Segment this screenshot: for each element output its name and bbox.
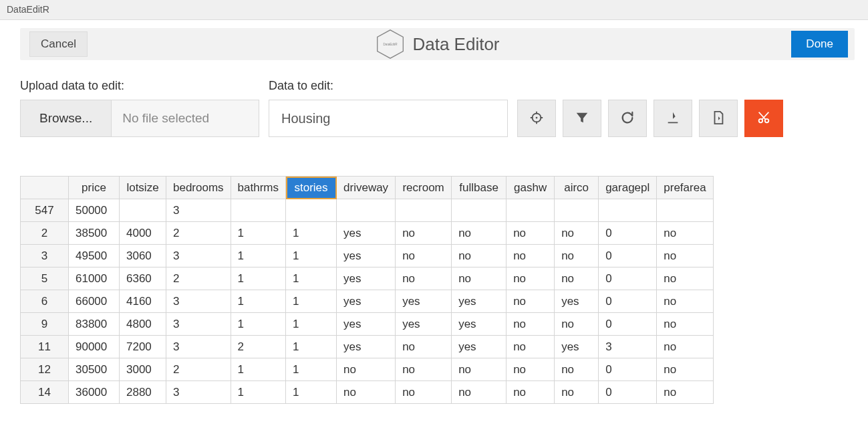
cell-recroom[interactable]: no <box>396 381 452 404</box>
column-header-stories[interactable]: stories <box>286 177 337 199</box>
cell-gashw[interactable]: no <box>507 222 555 245</box>
cell-bathrms[interactable]: 1 <box>231 222 285 245</box>
cell-lotsize[interactable] <box>120 199 166 222</box>
cell-garagepl[interactable]: 3 <box>599 336 657 358</box>
cell-prefarea[interactable] <box>657 199 713 222</box>
browse-button[interactable]: Browse... <box>21 100 112 136</box>
cell-driveway[interactable]: no <box>337 358 396 381</box>
cell-lotsize[interactable]: 4000 <box>120 222 166 245</box>
column-header-bedrooms[interactable]: bedrooms <box>166 177 231 199</box>
cell-fullbase[interactable]: no <box>452 381 507 404</box>
cell-bedrooms[interactable]: 3 <box>166 381 231 404</box>
rownum-cell[interactable]: 14 <box>21 381 69 404</box>
rownum-cell[interactable]: 547 <box>21 199 69 222</box>
cell-stories[interactable]: 1 <box>286 313 337 336</box>
cell-price[interactable]: 61000 <box>69 267 120 290</box>
done-button[interactable]: Done <box>791 31 848 58</box>
cell-gashw[interactable] <box>507 199 555 222</box>
cell-stories[interactable]: 1 <box>286 381 337 404</box>
cell-driveway[interactable]: yes <box>337 222 396 245</box>
cell-driveway[interactable]: yes <box>337 313 396 336</box>
cancel-button[interactable]: Cancel <box>29 31 88 57</box>
cell-bathrms[interactable]: 1 <box>231 290 285 313</box>
cell-airco[interactable]: yes <box>555 290 599 313</box>
cell-recroom[interactable]: no <box>396 245 452 267</box>
cell-bedrooms[interactable]: 2 <box>166 222 231 245</box>
cell-driveway[interactable] <box>337 199 396 222</box>
cell-gashw[interactable]: no <box>507 245 555 267</box>
cut-button[interactable] <box>744 100 783 137</box>
cell-garagepl[interactable]: 0 <box>599 222 657 245</box>
cell-recroom[interactable] <box>396 199 452 222</box>
rownum-header[interactable] <box>21 177 69 199</box>
cell-airco[interactable]: no <box>555 381 599 404</box>
cell-fullbase[interactable]: no <box>452 222 507 245</box>
column-header-driveway[interactable]: driveway <box>337 177 396 199</box>
cell-lotsize[interactable]: 7200 <box>120 336 166 358</box>
cell-fullbase[interactable] <box>452 199 507 222</box>
data-table[interactable]: pricelotsizebedroomsbathrmsstoriesdrivew… <box>20 176 714 404</box>
column-header-prefarea[interactable]: prefarea <box>657 177 713 199</box>
cell-price[interactable]: 83800 <box>69 313 120 336</box>
cell-gashw[interactable]: no <box>507 313 555 336</box>
cell-recroom[interactable]: no <box>396 358 452 381</box>
cell-gashw[interactable]: no <box>507 336 555 358</box>
cell-price[interactable]: 49500 <box>69 245 120 267</box>
cell-gashw[interactable]: no <box>507 267 555 290</box>
cell-recroom[interactable]: no <box>396 336 452 358</box>
cell-prefarea[interactable]: no <box>657 267 713 290</box>
column-header-bathrms[interactable]: bathrms <box>231 177 285 199</box>
cell-bedrooms[interactable]: 3 <box>166 336 231 358</box>
column-header-recroom[interactable]: recroom <box>396 177 452 199</box>
cell-bathrms[interactable]: 1 <box>231 358 285 381</box>
cell-bedrooms[interactable]: 3 <box>166 245 231 267</box>
rownum-cell[interactable]: 3 <box>21 245 69 267</box>
cell-stories[interactable]: 1 <box>286 222 337 245</box>
crosshair-button[interactable] <box>517 100 556 137</box>
cell-price[interactable]: 38500 <box>69 222 120 245</box>
cell-bathrms[interactable]: 1 <box>231 267 285 290</box>
rownum-cell[interactable]: 2 <box>21 222 69 245</box>
column-header-price[interactable]: price <box>69 177 120 199</box>
cell-garagepl[interactable]: 0 <box>599 290 657 313</box>
cell-airco[interactable]: no <box>555 358 599 381</box>
cell-bathrms[interactable]: 2 <box>231 336 285 358</box>
cell-stories[interactable]: 1 <box>286 267 337 290</box>
cell-fullbase[interactable]: no <box>452 267 507 290</box>
cell-prefarea[interactable]: no <box>657 381 713 404</box>
cell-fullbase[interactable]: yes <box>452 336 507 358</box>
column-header-gashw[interactable]: gashw <box>507 177 555 199</box>
cell-lotsize[interactable]: 4160 <box>120 290 166 313</box>
cell-bathrms[interactable]: 1 <box>231 313 285 336</box>
filter-button[interactable] <box>563 100 601 137</box>
cell-stories[interactable] <box>286 199 337 222</box>
cell-garagepl[interactable]: 0 <box>599 313 657 336</box>
cell-lotsize[interactable]: 3060 <box>120 245 166 267</box>
cell-price[interactable]: 50000 <box>69 199 120 222</box>
cell-stories[interactable]: 1 <box>286 336 337 358</box>
cell-recroom[interactable]: no <box>396 267 452 290</box>
rownum-cell[interactable]: 6 <box>21 290 69 313</box>
cell-garagepl[interactable]: 0 <box>599 381 657 404</box>
cell-recroom[interactable]: no <box>396 222 452 245</box>
column-header-garagepl[interactable]: garagepl <box>599 177 657 199</box>
cell-prefarea[interactable]: no <box>657 222 713 245</box>
cell-bathrms[interactable]: 1 <box>231 245 285 267</box>
cell-gashw[interactable]: no <box>507 290 555 313</box>
cell-gashw[interactable]: no <box>507 358 555 381</box>
cell-airco[interactable]: no <box>555 245 599 267</box>
cell-fullbase[interactable]: yes <box>452 313 507 336</box>
cell-garagepl[interactable]: 0 <box>599 267 657 290</box>
refresh-button[interactable] <box>608 100 647 137</box>
cell-fullbase[interactable]: yes <box>452 290 507 313</box>
column-header-fullbase[interactable]: fullbase <box>452 177 507 199</box>
cell-garagepl[interactable] <box>599 199 657 222</box>
cell-driveway[interactable]: no <box>337 381 396 404</box>
cell-driveway[interactable]: yes <box>337 267 396 290</box>
cell-driveway[interactable]: yes <box>337 290 396 313</box>
cell-stories[interactable]: 1 <box>286 358 337 381</box>
cell-bathrms[interactable]: 1 <box>231 381 285 404</box>
cell-prefarea[interactable]: no <box>657 336 713 358</box>
cell-lotsize[interactable]: 6360 <box>120 267 166 290</box>
rownum-cell[interactable]: 5 <box>21 267 69 290</box>
